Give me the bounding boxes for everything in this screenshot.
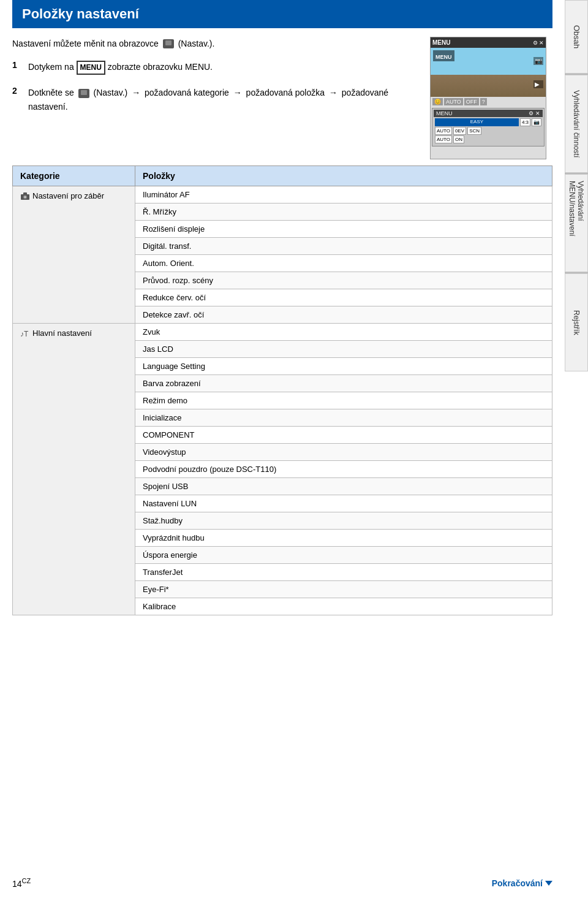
table-row: Nastavení pro záběrIluminátor AF [13, 186, 552, 203]
step-1: 1 Dotykem na MENU zobrazte obrazovku MEN… [12, 60, 418, 75]
category-cell-0: Nastavení pro záběr [13, 186, 135, 324]
category-label: Nastavení pro záběr [32, 191, 104, 200]
item-cell: TransferJet [135, 564, 552, 581]
arrow-down-icon [545, 881, 552, 886]
svg-text:♪T: ♪T [20, 330, 29, 338]
item-cell: Videovýstup [135, 444, 552, 461]
pokracovani-link[interactable]: Pokračování [492, 878, 552, 888]
right-sidebar: Obsah Vyhledávání činností Vyhledávání M… [565, 0, 588, 901]
sidebar-tab-vyhledavani-menu[interactable]: Vyhledávání MENU/nastavení [565, 174, 588, 272]
step-2-number: 2 [12, 86, 22, 96]
item-cell: Podvodní pouzdro (pouze DSC-T110) [135, 461, 552, 478]
item-cell: COMPONENT [135, 427, 552, 444]
step-2: 2 Dotkněte se (Nastav.) → požadovaná kat… [12, 86, 418, 113]
category-icon [20, 191, 32, 200]
item-cell: Spojení USB [135, 478, 552, 495]
step-1-number: 1 [12, 60, 22, 70]
camera-settings-icon [163, 39, 174, 48]
col-polozky: Položky [135, 166, 552, 186]
category-icon: ♪T [20, 329, 32, 338]
sidebar-tab-obsah[interactable]: Obsah [565, 0, 588, 74]
col-kategorie: Kategorie [13, 166, 135, 186]
item-cell: Inicializace [135, 409, 552, 427]
item-cell: Eye-Fi* [135, 581, 552, 598]
step-2-text: Dotkněte se (Nastav.) → požadovaná kateg… [28, 86, 418, 113]
sidebar-tab-obsah-label: Obsah [572, 25, 581, 48]
sidebar-tab-rejstrik[interactable]: Rejstřík [565, 273, 588, 371]
item-cell: Staž.hudby [135, 512, 552, 530]
item-cell: Průvod. rozp. scény [135, 272, 552, 289]
sidebar-tab-vyhledavani-cinnosti-label: Vyhledávání činností [572, 90, 581, 158]
category-cell-1: ♪THlavní nastavení [13, 324, 135, 615]
page-title: Položky nastavení [12, 0, 552, 28]
settings-table: Kategorie Položky Nastavení pro záběrIlu… [12, 165, 552, 615]
item-cell: Redukce červ. očí [135, 289, 552, 306]
page-number: 14CZ [12, 877, 31, 889]
main-content: Položky nastavení MENU ⚙ ✕ MENU 📷 [0, 0, 565, 634]
item-cell: Rozlišení displeje [135, 221, 552, 238]
table-row: ♪THlavní nastaveníZvuk [13, 324, 552, 341]
svg-point-3 [24, 196, 26, 198]
item-cell: Barva zobrazení [135, 375, 552, 392]
item-cell: Nastavení LUN [135, 495, 552, 512]
sidebar-tab-vyhledavani-menu-label: Vyhledávání MENU/nastavení [568, 181, 585, 265]
camera-screen-image: MENU ⚙ ✕ MENU 📷 ▶ 😊 [430, 37, 546, 159]
item-cell: Language Setting [135, 358, 552, 375]
category-label: Hlavní nastavení [32, 329, 92, 338]
svg-rect-1 [23, 192, 27, 195]
item-cell: Režim demo [135, 392, 552, 409]
item-cell: Digitál. transf. [135, 238, 552, 255]
menu-label: MENU [77, 61, 105, 75]
item-cell: Jas LCD [135, 341, 552, 358]
sidebar-tab-rejstrik-label: Rejstřík [572, 310, 581, 335]
sidebar-tab-vyhledavani-cinnosti[interactable]: Vyhledávání činností [565, 75, 588, 173]
nastav-icon [78, 89, 89, 98]
screenshot-area: MENU ⚙ ✕ MENU 📷 ▶ 😊 [430, 37, 552, 159]
item-cell: Kalibrace [135, 598, 552, 615]
item-cell: Vyprázdnit hudbu [135, 530, 552, 547]
item-cell: Úspora energie [135, 547, 552, 564]
item-cell: Iluminátor AF [135, 186, 552, 203]
item-cell: Ř. Mřížky [135, 203, 552, 221]
step-1-text: Dotykem na MENU zobrazte obrazovku MENU. [28, 60, 418, 75]
item-cell: Autom. Orient. [135, 255, 552, 272]
page-footer: 14CZ Pokračování [0, 877, 565, 889]
item-cell: Detekce zavř. očí [135, 306, 552, 324]
item-cell: Zvuk [135, 324, 552, 341]
